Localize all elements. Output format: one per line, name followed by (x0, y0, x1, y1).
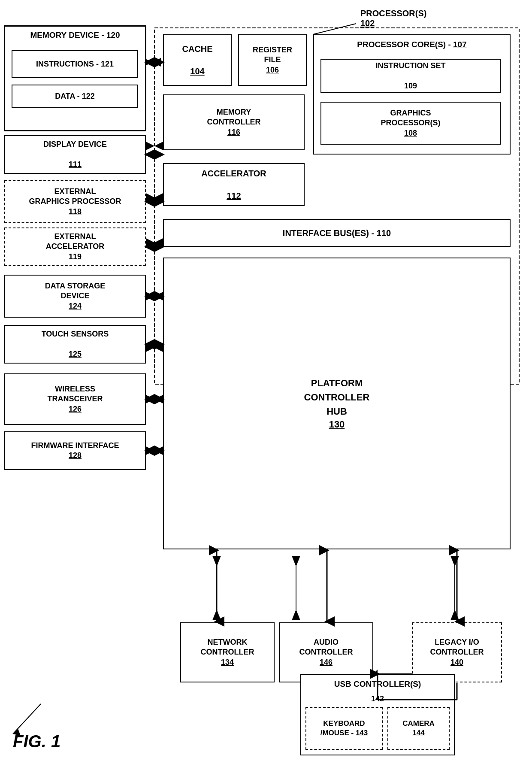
interface-bus-box: INTERFACE BUS(ES) - 110 (163, 219, 511, 247)
touch-sensors-box: TOUCH SENSORS 125 (4, 325, 146, 364)
svg-marker-10 (154, 193, 163, 202)
svg-marker-27 (212, 556, 221, 567)
svg-marker-25 (154, 446, 163, 455)
svg-marker-16 (154, 292, 163, 300)
svg-marker-7 (154, 142, 163, 150)
svg-line-58 (13, 704, 41, 734)
data-storage-box: DATA STORAGEDEVICE 124 (4, 275, 146, 318)
svg-marker-30 (292, 556, 300, 567)
svg-marker-6 (146, 142, 154, 150)
svg-marker-18 (146, 343, 154, 352)
proc-core-outer-box: PROCESSOR CORE(S) - 107 INSTRUCTION SET … (313, 34, 511, 155)
svg-marker-21 (146, 395, 154, 403)
svg-marker-3 (152, 58, 161, 67)
svg-marker-31 (292, 609, 300, 620)
svg-marker-33 (450, 556, 459, 567)
memory-controller-box: MEMORYCONTROLLER 116 (163, 94, 305, 150)
figure-label: FIG. 1 (13, 732, 60, 751)
svg-marker-12 (146, 238, 154, 247)
svg-marker-22 (154, 395, 163, 403)
ext-accelerator-box: EXTERNALACCELERATOR 119 (4, 227, 146, 266)
svg-marker-13 (154, 238, 163, 247)
memory-device-box: MEMORY DEVICE - 120 INSTRUCTIONS - 121 D… (4, 26, 146, 131)
instruction-set-box: INSTRUCTION SET 109 (320, 59, 501, 93)
graphics-proc-box: GRAPHICSPROCESSOR(S) 108 (320, 102, 501, 145)
svg-marker-19 (154, 343, 163, 352)
platform-hub-box: PLATFORMCONTROLLERHUB 130 (163, 258, 511, 549)
data-box: DATA - 122 (12, 85, 138, 108)
svg-marker-34 (450, 609, 459, 620)
processor-label: PROCESSOR(S) 102 (360, 9, 426, 28)
network-controller-box: NETWORKCONTROLLER 134 (180, 622, 275, 682)
svg-marker-9 (146, 193, 154, 202)
legacy-io-box: LEGACY I/OCONTROLLER 140 (412, 622, 502, 682)
firmware-box: FIRMWARE INTERFACE 128 (4, 431, 146, 470)
ext-graphics-box: EXTERNALGRAPHICS PROCESSOR 118 (4, 180, 146, 223)
diagram: PROCESSOR(S) 102 MEMORY DEVICE - 120 INS… (0, 0, 532, 764)
svg-marker-28 (212, 609, 221, 620)
usb-controller-box: USB CONTROLLER(S) 142 KEYBOARD/MOUSE - 1… (300, 674, 455, 755)
cache-box: CACHE 104 (163, 34, 232, 86)
display-device-box: DISPLAY DEVICE 111 (4, 135, 146, 174)
audio-controller-box: AUDIOCONTROLLER 146 (279, 622, 373, 682)
accelerator-box: ACCELERATOR 112 (163, 163, 305, 206)
svg-marker-24 (146, 446, 154, 455)
register-file-box: REGISTERFILE 106 (238, 34, 307, 86)
memory-device-label: MEMORY DEVICE - 120 (9, 30, 142, 41)
keyboard-mouse-box: KEYBOARD/MOUSE - 143 (305, 707, 383, 750)
camera-box: CAMERA 144 (387, 707, 450, 750)
instructions-box: INSTRUCTIONS - 121 (12, 50, 138, 78)
svg-marker-15 (146, 292, 154, 300)
svg-line-0 (313, 24, 356, 34)
wireless-box: WIRELESSTRANSCEIVER 126 (4, 373, 146, 425)
